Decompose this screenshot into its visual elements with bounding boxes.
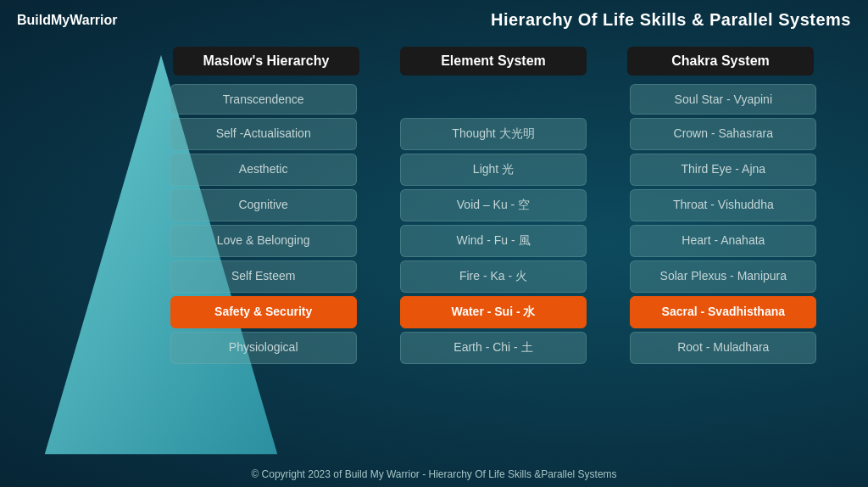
- table-row: Safety & SecurityWater - Sui - 水Sacral -…: [153, 296, 834, 328]
- table-row: Love & BelongingWind - Fu - 風Heart - Ana…: [153, 225, 834, 257]
- list-item: Self Esteem: [170, 260, 357, 293]
- list-item: Root - Muladhara: [630, 332, 816, 364]
- list-item: Solar Plexus - Manipura: [630, 260, 816, 293]
- table-row: AestheticLight 光Third Eye - Ajna: [153, 154, 834, 186]
- list-item: Physiological: [170, 332, 357, 364]
- list-item: Fire - Ka - 火: [400, 260, 587, 293]
- list-item: Cognitive: [170, 189, 357, 221]
- list-item: Heart - Anahata: [630, 225, 816, 257]
- list-item: Safety & Security: [170, 296, 357, 328]
- main-content: Maslow's Hierarchy Element System Chakra…: [136, 47, 851, 453]
- list-item: Soul Star - Vyapini: [630, 84, 816, 115]
- list-item: Sacral - Svadhisthana: [630, 296, 816, 328]
- col-header-chakra: Chakra System: [627, 47, 814, 76]
- list-item: Third Eye - Ajna: [630, 154, 816, 186]
- logo-build: Build: [17, 13, 51, 27]
- table-row: Self -ActualisationThought 大光明Crown - Sa…: [153, 118, 834, 150]
- list-item: Earth - Chi - 土: [400, 332, 587, 364]
- table-row: Self EsteemFire - Ka - 火Solar Plexus - M…: [153, 260, 834, 293]
- list-item: Self -Actualisation: [170, 118, 357, 150]
- list-item: [400, 84, 587, 115]
- list-item: Transcendence: [170, 84, 357, 115]
- logo-my: My: [51, 13, 70, 27]
- column-headers: Maslow's Hierarchy Element System Chakra…: [136, 47, 851, 76]
- table-row: PhysiologicalEarth - Chi - 土Root - Mulad…: [153, 332, 834, 364]
- footer: © Copyright 2023 of Build My Warrior - H…: [0, 468, 868, 480]
- list-item: Water - Sui - 水: [400, 296, 587, 328]
- list-item: Crown - Sahasrara: [630, 118, 816, 150]
- header: BuildMyWarrior Hierarchy Of Life Skills …: [0, 10, 868, 30]
- list-item: Light 光: [400, 154, 587, 186]
- data-rows: TranscendenceSoul Star - VyapiniSelf -Ac…: [136, 84, 851, 453]
- logo-warrior: Warrior: [70, 13, 117, 27]
- col-header-maslow: Maslow's Hierarchy: [173, 47, 359, 76]
- table-row: CognitiveVoid – Ku - 空Throat - Vishuddha: [153, 189, 834, 221]
- list-item: Love & Belonging: [170, 225, 357, 257]
- list-item: Thought 大光明: [400, 118, 587, 150]
- list-item: Aesthetic: [170, 154, 357, 186]
- col-header-element: Element System: [400, 47, 587, 76]
- list-item: Wind - Fu - 風: [400, 225, 587, 257]
- list-item: Throat - Vishuddha: [630, 189, 816, 221]
- page-title: Hierarchy Of Life Skills & Parallel Syst…: [491, 10, 851, 30]
- table-row: TranscendenceSoul Star - Vyapini: [153, 84, 834, 115]
- logo: BuildMyWarrior: [17, 13, 118, 28]
- list-item: Void – Ku - 空: [400, 189, 587, 221]
